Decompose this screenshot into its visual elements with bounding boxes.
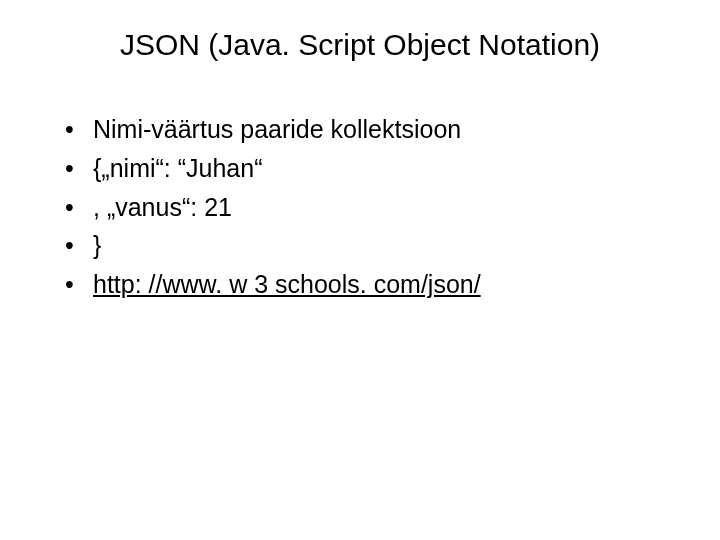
list-item: • } bbox=[65, 226, 680, 265]
list-item: • Nimi-väärtus paaride kollektsioon bbox=[65, 110, 680, 149]
list-item: • http: //www. w 3 schools. com/json/ bbox=[65, 265, 680, 304]
bullet-icon: • bbox=[65, 149, 93, 188]
slide-title: JSON (Java. Script Object Notation) bbox=[60, 28, 660, 62]
bullet-text: {„nimi“: “Juhan“ bbox=[93, 149, 680, 188]
bullet-list: • Nimi-väärtus paaride kollektsioon • {„… bbox=[40, 110, 680, 304]
bullet-icon: • bbox=[65, 110, 93, 149]
bullet-icon: • bbox=[65, 226, 93, 265]
list-item: • , „vanus“: 21 bbox=[65, 188, 680, 227]
bullet-text: } bbox=[93, 226, 680, 265]
bullet-link[interactable]: http: //www. w 3 schools. com/json/ bbox=[93, 265, 680, 304]
bullet-icon: • bbox=[65, 188, 93, 227]
bullet-icon: • bbox=[65, 265, 93, 304]
bullet-text: Nimi-väärtus paaride kollektsioon bbox=[93, 110, 680, 149]
list-item: • {„nimi“: “Juhan“ bbox=[65, 149, 680, 188]
bullet-text: , „vanus“: 21 bbox=[93, 188, 680, 227]
